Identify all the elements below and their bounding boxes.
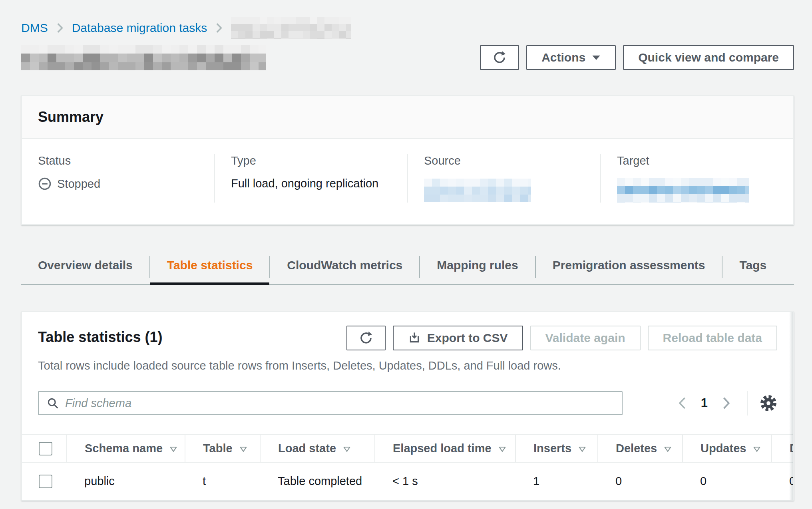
summary-field-status: StatusStopped — [22, 154, 214, 203]
sort-icon[interactable] — [169, 445, 178, 453]
table-statistics-title: Table statistics (1) — [38, 326, 162, 346]
chevron-right-icon — [216, 22, 222, 34]
column-header-ddls[interactable]: DDLs — [772, 434, 794, 462]
column-header-label: Elapsed load time — [393, 442, 492, 455]
sort-icon[interactable] — [239, 445, 248, 453]
column-header-elapsed-load-time[interactable]: Elapsed load time — [375, 434, 515, 462]
summary-panel-header: Summary — [22, 96, 793, 139]
breadcrumb-task-name-redacted — [231, 17, 351, 39]
tab-mapping-rules[interactable]: Mapping rules — [420, 250, 535, 284]
export-to-csv-button[interactable]: Export to CSV — [393, 326, 523, 350]
select-all-checkbox[interactable] — [39, 442, 52, 455]
summary-value-target[interactable] — [617, 177, 777, 203]
schema-search — [38, 391, 623, 415]
dms-task-page: DMS Database migration tasks Actions Qui… — [0, 0, 812, 509]
column-header-deletes[interactable]: Deletes — [598, 434, 683, 462]
refresh-icon — [359, 331, 373, 345]
breadcrumb-database-migration-tasks[interactable]: Database migration tasks — [72, 21, 207, 35]
page-header-actions: Actions Quick view and compare — [480, 45, 794, 70]
summary-value-text: Full load, ongoing replication — [231, 177, 378, 190]
reload-table-data-button[interactable]: Reload table data — [648, 326, 777, 350]
column-header-label: Deletes — [616, 442, 657, 455]
column-header-updates[interactable]: Updates — [683, 434, 772, 462]
refresh-icon — [492, 50, 507, 65]
pagination-divider — [747, 391, 748, 416]
cell-table: t — [185, 462, 260, 500]
column-header-inserts[interactable]: Inserts — [515, 434, 598, 462]
summary-label-status: Status — [38, 154, 198, 167]
actions-button[interactable]: Actions — [526, 45, 616, 70]
sort-icon[interactable] — [498, 445, 507, 453]
select-all-header-cell — [22, 434, 67, 462]
quick-view-and-compare-button[interactable]: Quick view and compare — [623, 45, 794, 70]
table-statistics-table: Schema nameTableLoad stateElapsed load t… — [22, 434, 794, 500]
column-header-label: Table — [203, 442, 233, 455]
tab-cloudwatch-metrics[interactable]: CloudWatch metrics — [270, 250, 419, 284]
column-header-label: Inserts — [533, 442, 571, 455]
refresh-button[interactable] — [480, 45, 519, 70]
summary-source-redacted-link[interactable] — [424, 179, 531, 202]
summary-field-target: Target — [600, 154, 793, 203]
pagination: 1 — [675, 391, 777, 416]
table-toolbar: 1 — [38, 391, 777, 416]
stopped-icon — [38, 177, 52, 191]
summary-value-text: Stopped — [57, 177, 100, 191]
next-page-button[interactable] — [720, 394, 733, 412]
sort-icon[interactable] — [752, 445, 761, 453]
summary-field-type: TypeFull load, ongoing replication — [214, 154, 407, 203]
row-select-cell — [22, 462, 67, 500]
validate-again-button[interactable]: Validate again — [530, 326, 641, 350]
summary-value-source[interactable] — [424, 177, 584, 202]
gear-icon — [760, 394, 777, 412]
column-header-schema-name[interactable]: Schema name — [67, 434, 185, 462]
reload-button-label: Reload table data — [663, 331, 762, 345]
table-statistics-description: Total rows include loaded source table r… — [38, 359, 777, 372]
page-title-redacted — [21, 45, 266, 70]
chevron-right-icon — [57, 22, 63, 34]
tab-bar: Overview detailsTable statisticsCloudWat… — [21, 250, 794, 285]
table-settings-button[interactable] — [760, 394, 777, 412]
find-schema-input[interactable] — [38, 391, 623, 415]
search-icon — [47, 397, 59, 409]
quick-view-button-label: Quick view and compare — [638, 51, 779, 64]
sort-icon[interactable] — [342, 445, 351, 453]
caret-down-icon — [592, 55, 601, 61]
column-header-load-state[interactable]: Load state — [260, 434, 375, 462]
tab-overview-details[interactable]: Overview details — [21, 250, 149, 284]
column-header-label: Load state — [278, 442, 336, 455]
tab-table-statistics[interactable]: Table statistics — [150, 250, 270, 284]
breadcrumb-dms[interactable]: DMS — [21, 21, 48, 35]
column-header-label: Updates — [701, 442, 746, 455]
sort-icon[interactable] — [663, 445, 672, 453]
table-row: publictTable completed< 1 s1000 — [22, 462, 794, 500]
summary-panel: Summary StatusStoppedTypeFull load, ongo… — [21, 95, 794, 225]
table-header-row: Schema nameTableLoad stateElapsed load t… — [22, 434, 794, 462]
table-statistics-header: Table statistics (1) Export to CSV Valid… — [22, 312, 793, 372]
table-refresh-button[interactable] — [346, 326, 386, 350]
previous-page-button[interactable] — [675, 394, 689, 412]
summary-label-source: Source — [424, 154, 584, 167]
summary-target-redacted-link[interactable] — [617, 178, 749, 203]
table-body: publictTable completed< 1 s1000 — [22, 462, 794, 500]
summary-value-status: Stopped — [38, 177, 198, 191]
column-header-label: Schema name — [85, 442, 163, 455]
tab-tags[interactable]: Tags — [722, 250, 783, 284]
sort-icon[interactable] — [578, 445, 587, 453]
tab-premigration-assessments[interactable]: Premigration assessments — [536, 250, 722, 284]
summary-field-source: Source — [407, 154, 600, 203]
cell-updates: 0 — [683, 462, 772, 500]
row-checkbox[interactable] — [39, 475, 52, 488]
summary-value-type: Full load, ongoing replication — [231, 177, 391, 190]
column-header-table[interactable]: Table — [185, 434, 260, 462]
summary-label-type: Type — [231, 154, 391, 167]
download-icon — [408, 332, 421, 344]
validate-button-label: Validate again — [545, 331, 625, 345]
page-header: Actions Quick view and compare — [21, 45, 794, 70]
cell-schema-name: public — [67, 462, 185, 500]
export-button-label: Export to CSV — [427, 331, 508, 345]
summary-grid: StatusStoppedTypeFull load, ongoing repl… — [22, 139, 793, 224]
summary-label-target: Target — [617, 154, 777, 167]
cell-elapsed-load-time: < 1 s — [375, 462, 515, 500]
cell-deletes: 0 — [598, 462, 683, 500]
current-page-number: 1 — [701, 396, 708, 410]
